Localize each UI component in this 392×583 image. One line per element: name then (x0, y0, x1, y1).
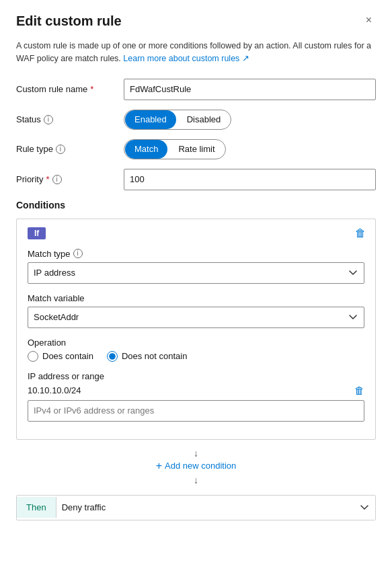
does-not-contain-radio[interactable] (107, 351, 118, 362)
match-type-info-icon[interactable]: i (73, 249, 83, 258)
custom-rule-name-input[interactable] (124, 79, 376, 100)
if-badge: If (28, 227, 46, 239)
then-arrow: ↓ (194, 475, 198, 485)
required-indicator: * (90, 84, 93, 94)
ip-value-row: 10.10.10.0/24 🗑 (28, 385, 364, 396)
match-variable-group: Match variable SocketAddr RemoteAddr (28, 293, 364, 328)
edit-custom-rule-panel: Edit custom rule × A custom rule is made… (0, 0, 392, 583)
panel-title: Edit custom rule (16, 13, 122, 29)
conditions-section-title: Conditions (16, 200, 376, 210)
status-enabled-option[interactable]: Enabled (125, 110, 176, 129)
rule-type-label: Rule type i (16, 144, 124, 154)
priority-required-indicator: * (46, 174, 49, 184)
add-plus-icon: + (156, 460, 162, 472)
custom-rule-name-row: Custom rule name * (16, 79, 376, 100)
panel-header: Edit custom rule × (16, 13, 376, 29)
condition-delete-icon[interactable]: 🗑 (355, 227, 366, 239)
status-row: Status i Enabled Disabled (16, 110, 376, 130)
custom-rule-name-label: Custom rule name * (16, 84, 124, 94)
rule-type-toggle-group: Match Rate limit (124, 139, 226, 159)
ip-value-text: 10.10.10.0/24 (28, 385, 81, 395)
rule-type-match-option[interactable]: Match (125, 140, 167, 159)
status-info-icon[interactable]: i (44, 115, 53, 124)
condition-card: If 🗑 Match type i IP address Geo locatio… (16, 219, 376, 440)
operation-radio-group: Does contain Does not contain (28, 351, 364, 362)
ip-delete-icon[interactable]: 🗑 (354, 385, 364, 396)
match-type-select[interactable]: IP address Geo location Request URI Requ… (28, 262, 364, 284)
add-condition-section: ↓ + Add new condition ↓ (16, 448, 376, 487)
match-variable-select[interactable]: SocketAddr RemoteAddr (28, 307, 364, 328)
priority-label: Priority * i (16, 174, 124, 184)
operation-label: Operation (28, 338, 364, 348)
external-link-icon: ↗ (242, 54, 249, 63)
ip-range-label: IP address or range (28, 371, 364, 381)
match-type-group: Match type i IP address Geo location Req… (28, 249, 364, 284)
ip-range-input[interactable] (28, 400, 364, 422)
status-toggle-group: Enabled Disabled (124, 110, 231, 130)
close-button[interactable]: × (362, 13, 376, 27)
add-condition-button[interactable]: + Add new condition (156, 460, 237, 472)
status-label: Status i (16, 114, 124, 124)
rule-type-info-icon[interactable]: i (56, 145, 65, 154)
then-row: Then Allow traffic Deny traffic Log only… (16, 495, 376, 520)
ip-range-group: IP address or range 10.10.10.0/24 🗑 (28, 371, 364, 422)
priority-row: Priority * i (16, 169, 376, 190)
does-not-contain-option[interactable]: Does not contain (107, 351, 188, 362)
rule-type-row: Rule type i Match Rate limit (16, 139, 376, 159)
match-type-label: Match type i (28, 249, 364, 259)
learn-more-link[interactable]: Learn more about custom rules ↗ (123, 54, 249, 63)
then-action-select[interactable]: Allow traffic Deny traffic Log only Redi… (56, 496, 375, 520)
status-disabled-option[interactable]: Disabled (178, 110, 231, 129)
add-condition-arrow: ↓ (194, 448, 198, 459)
then-badge: Then (17, 497, 56, 518)
priority-input[interactable] (124, 169, 376, 190)
does-contain-radio[interactable] (28, 351, 38, 362)
description-text: A custom rule is made up of one or more … (16, 40, 376, 65)
rule-type-ratelimit-option[interactable]: Rate limit (169, 140, 224, 159)
priority-info-icon[interactable]: i (52, 175, 62, 184)
match-variable-label: Match variable (28, 293, 364, 303)
operation-group: Operation Does contain Does not contain (28, 338, 364, 362)
does-contain-option[interactable]: Does contain (28, 351, 93, 362)
